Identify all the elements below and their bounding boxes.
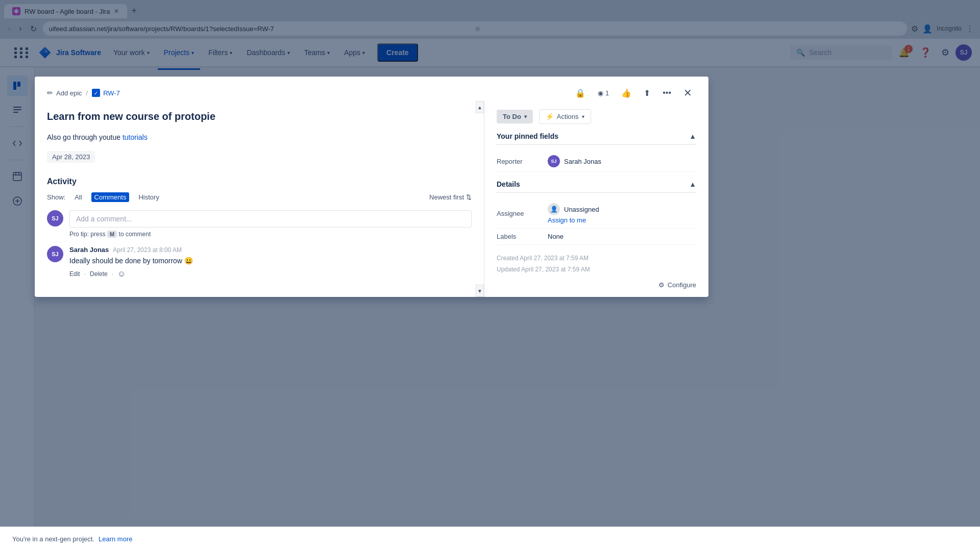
add-epic-button[interactable]: ✏ Add epic: [47, 89, 82, 97]
status-dropdown[interactable]: To Do ▾: [497, 110, 533, 123]
details-header: Details ▲: [497, 180, 696, 193]
pro-tip: Pro tip: press M to comment: [69, 231, 472, 238]
modal-header-actions: 🔒 ◉ 1 👍 ⬆ ••• ✕: [571, 85, 696, 101]
comment-time: April 27, 2023 at 8:00 AM: [113, 246, 182, 254]
labels-text: None: [548, 233, 564, 240]
comment-entry: SJ Sarah Jonas April 27, 2023 at 8:00 AM…: [47, 246, 472, 279]
reporter-label: Reporter: [497, 158, 548, 165]
current-user-avatar: SJ: [47, 210, 63, 227]
sort-button[interactable]: Newest first ⇅: [429, 193, 472, 201]
pinned-fields-title: Your pinned fields: [497, 132, 558, 140]
pro-tip-label: Pro tip:: [69, 231, 89, 238]
eye-icon: ◉: [598, 89, 603, 97]
labels-label: Labels: [497, 233, 548, 240]
share-icon: ⬆: [644, 88, 650, 98]
description-link[interactable]: tutorials: [122, 133, 148, 141]
issue-id: RW-7: [103, 89, 120, 97]
learn-more-link[interactable]: Learn more: [99, 535, 132, 543]
edit-comment-button[interactable]: Edit: [69, 270, 80, 278]
reporter-avatar: SJ: [548, 155, 560, 167]
activity-section: Activity Show: All Comments History Newe…: [47, 177, 472, 279]
description-text: Also go through youtue: [47, 133, 122, 141]
unassigned-icon: 👤: [548, 203, 560, 215]
actions-dropdown[interactable]: ⚡ Actions ▾: [539, 109, 591, 124]
bottom-notice: You're in a next-gen project. Learn more: [0, 527, 980, 551]
issue-id-chip[interactable]: ✓ RW-7: [92, 89, 120, 97]
issue-modal: ✏ Add epic / ✓ RW-7 🔒 ◉ 1 👍: [35, 77, 708, 297]
configure-row: ⚙ Configure: [497, 281, 696, 289]
actions-label: Actions: [557, 113, 579, 120]
more-button[interactable]: •••: [658, 86, 675, 99]
assign-to-me-link[interactable]: Assign to me: [548, 216, 599, 224]
configure-label: Configure: [668, 281, 696, 289]
react-button[interactable]: ☺: [117, 269, 126, 279]
comment-actions: Edit · Delete · ☺: [69, 269, 472, 279]
pro-tip-suffix: to comment: [119, 231, 151, 238]
collapse-details-button[interactable]: ▲: [689, 180, 696, 188]
modal-body: ▲ Learn from new course of protopie Also…: [35, 101, 708, 297]
due-date-chip: Apr 28, 2023: [47, 151, 95, 163]
reporter-name: Sarah Jonas: [564, 158, 601, 165]
thumbsup-icon: 👍: [621, 88, 631, 98]
comment-placeholder: Add a comment...: [76, 215, 132, 223]
assignee-label: Assignee: [497, 210, 548, 217]
all-filter-button[interactable]: All: [71, 192, 85, 202]
created-date: Created April 27, 2023 at 7:59 AM: [497, 253, 696, 264]
activity-filter-row: Show: All Comments History Newest first …: [47, 192, 472, 202]
show-label: Show:: [47, 193, 65, 201]
commenter-avatar: SJ: [47, 246, 63, 262]
delete-comment-button[interactable]: Delete: [90, 270, 108, 278]
add-epic-label: Add epic: [56, 89, 82, 97]
history-filter-button[interactable]: History: [135, 192, 162, 202]
more-icon: •••: [663, 88, 671, 97]
reporter-row: Reporter SJ Sarah Jonas: [497, 151, 696, 172]
reporter-value: SJ Sarah Jonas: [548, 155, 601, 167]
status-row: To Do ▾ ⚡ Actions ▾: [497, 109, 696, 124]
sort-icon: ⇅: [466, 193, 472, 201]
comment-text: Ideally should be done by tomorrow 😀: [69, 256, 472, 266]
assignee-row: Assignee 👤 Unassigned Assign to me: [497, 199, 696, 229]
close-icon: ✕: [683, 87, 692, 98]
comment-author: Sarah Jonas: [69, 246, 109, 254]
share-button[interactable]: ⬆: [640, 86, 654, 100]
details-title: Details: [497, 180, 520, 188]
pencil-icon: ✏: [47, 89, 53, 97]
breadcrumb: ✏ Add epic / ✓ RW-7: [47, 89, 120, 97]
assignee-value: 👤 Unassigned: [548, 203, 599, 215]
chevron-down-icon: ▾: [582, 114, 584, 119]
modal-right-panel: To Do ▾ ⚡ Actions ▾ Your pinned fields ▲…: [484, 101, 708, 297]
close-modal-button[interactable]: ✕: [679, 85, 696, 101]
modal-left-panel: ▲ Learn from new course of protopie Also…: [35, 101, 484, 297]
lock-button[interactable]: 🔒: [571, 86, 590, 100]
issue-description: Also go through youtue tutorials: [47, 132, 472, 143]
issue-title: Learn from new course of protopie: [47, 109, 472, 123]
watch-count: 1: [605, 89, 609, 97]
comment-content: Sarah Jonas April 27, 2023 at 8:00 AM Id…: [69, 246, 472, 279]
details-section: Details ▲ Assignee 👤 Unassigned Assign t…: [497, 180, 696, 245]
status-label: To Do: [503, 113, 521, 120]
comments-filter-button[interactable]: Comments: [91, 192, 130, 202]
collapse-pinned-button[interactable]: ▲: [689, 132, 696, 140]
scroll-down-button[interactable]: ▼: [476, 285, 484, 297]
activity-title: Activity: [47, 177, 472, 186]
key-badge: M: [107, 231, 117, 238]
labels-row: Labels None: [497, 229, 696, 245]
comment-input[interactable]: Add a comment...: [69, 210, 472, 228]
gear-icon: ⚙: [658, 281, 665, 289]
meta-info: Created April 27, 2023 at 7:59 AM Update…: [497, 253, 696, 275]
configure-button[interactable]: ⚙ Configure: [658, 281, 696, 289]
breadcrumb-separator: /: [86, 89, 88, 97]
lock-icon: 🔒: [575, 88, 585, 98]
scroll-up-button[interactable]: ▲: [476, 101, 484, 113]
comment-header: Sarah Jonas April 27, 2023 at 8:00 AM: [69, 246, 472, 254]
actions-icon: ⚡: [546, 113, 554, 120]
notice-text: You're in a next-gen project.: [12, 535, 94, 543]
watch-button[interactable]: ◉ 1: [594, 87, 613, 99]
updated-date: Updated April 27, 2023 at 7:59 AM: [497, 264, 696, 276]
thumbsup-button[interactable]: 👍: [617, 86, 635, 100]
pro-tip-press: press: [90, 231, 107, 238]
comment-input-row: SJ Add a comment...: [47, 210, 472, 228]
assignee-text: Unassigned: [564, 206, 599, 213]
sort-label: Newest first: [429, 193, 464, 201]
labels-value: None: [548, 233, 564, 240]
